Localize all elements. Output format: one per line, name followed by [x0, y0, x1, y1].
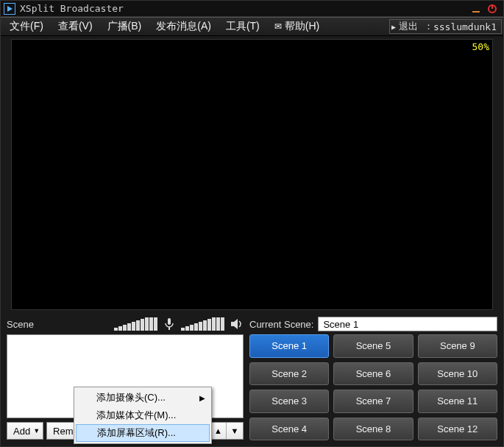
play-icon: ▶ [391, 23, 396, 31]
menu-file[interactable]: 文件(F) [2, 18, 51, 35]
scene-button-9[interactable]: Scene 9 [418, 334, 497, 358]
scene-switcher-panel: Current Scene: Scene 1 Scene 1Scene 2Sce… [249, 314, 497, 440]
svg-rect-1 [472, 11, 480, 13]
context-menu-item-1[interactable]: 添加媒体文件(M)... [76, 406, 210, 424]
scene-button-12[interactable]: Scene 12 [418, 418, 497, 441]
app-title: XSplit Broadcaster [20, 3, 124, 14]
scene-button-8[interactable]: Scene 8 [333, 418, 413, 441]
scene-button-6[interactable]: Scene 6 [333, 362, 413, 386]
preview-area: 50% [1, 36, 503, 314]
menubar: 文件(F) 查看(V) 广播(B) 发布消息(A) 工具(T) ✉ 帮助(H) … [1, 17, 503, 36]
menu-view[interactable]: 查看(V) [51, 18, 100, 35]
menu-broadcast[interactable]: 广播(B) [100, 18, 149, 35]
svg-marker-6 [231, 319, 238, 329]
scene-button-3[interactable]: Scene 3 [249, 390, 329, 413]
scene-grid: Scene 1Scene 2Scene 3Scene 4Scene 5Scene… [249, 334, 497, 440]
svg-rect-4 [168, 318, 171, 325]
scene-button-7[interactable]: Scene 7 [333, 390, 413, 413]
dropdown-caret-icon: ▼ [33, 427, 40, 434]
scene-button-4[interactable]: Scene 4 [249, 418, 329, 441]
menu-help[interactable]: ✉ 帮助(H) [267, 18, 327, 35]
scene-button-5[interactable]: Scene 5 [333, 334, 413, 358]
submenu-arrow-icon: ▶ [199, 394, 205, 402]
logout-username: ssslumdunk1 [433, 21, 497, 32]
add-source-context-menu: 添加摄像头(C)...▶添加媒体文件(M)...添加屏幕区域(R)... [74, 387, 212, 444]
mail-icon: ✉ [274, 21, 282, 32]
context-menu-item-0[interactable]: 添加摄像头(C)...▶ [76, 389, 210, 406]
scene-button-2[interactable]: Scene 2 [249, 362, 329, 386]
close-button[interactable] [484, 2, 500, 15]
menu-publish[interactable]: 发布消息(A) [149, 18, 219, 35]
add-label: Add [13, 426, 30, 437]
zoom-indicator: 50% [472, 41, 489, 52]
titlebar: XSplit Broadcaster [1, 1, 503, 17]
move-down-button[interactable]: ▼ [227, 423, 243, 439]
context-menu-item-2[interactable]: 添加屏幕区域(R)... [76, 424, 210, 442]
app-window: XSplit Broadcaster 文件(F) 查看(V) 广播(B) 发布消… [0, 0, 504, 447]
svg-rect-3 [491, 4, 493, 9]
svg-rect-5 [168, 327, 170, 330]
reorder-buttons: ▲ ▼ [210, 422, 244, 440]
scene-label: Scene [7, 319, 34, 330]
mic-volume-meter[interactable] [114, 317, 157, 331]
current-scene-label: Current Scene: [249, 319, 313, 330]
current-scene-value: Scene 1 [323, 319, 358, 330]
current-scene-input[interactable]: Scene 1 [318, 317, 497, 331]
scene-button-11[interactable]: Scene 11 [418, 390, 497, 413]
move-up-button[interactable]: ▲ [210, 423, 227, 439]
speaker-icon[interactable] [229, 317, 244, 331]
menu-tools[interactable]: 工具(T) [219, 18, 267, 35]
app-icon [4, 3, 15, 15]
scene-header: Scene [7, 314, 244, 334]
logout-button[interactable]: ▶ 退出 ： ssslumdunk1 [389, 19, 502, 34]
scene-button-1[interactable]: Scene 1 [249, 334, 329, 358]
preview-canvas[interactable]: 50% [11, 39, 493, 310]
svg-marker-0 [7, 6, 13, 12]
menu-help-label: 帮助(H) [285, 20, 319, 33]
speaker-volume-meter[interactable] [181, 317, 224, 331]
scene-button-10[interactable]: Scene 10 [418, 362, 497, 386]
add-source-button[interactable]: Add ▼ [7, 422, 43, 440]
mic-icon[interactable] [162, 317, 177, 331]
minimize-button[interactable] [468, 2, 484, 15]
current-scene-row: Current Scene: Scene 1 [249, 314, 497, 334]
logout-prefix: 退出 ： [399, 20, 433, 33]
